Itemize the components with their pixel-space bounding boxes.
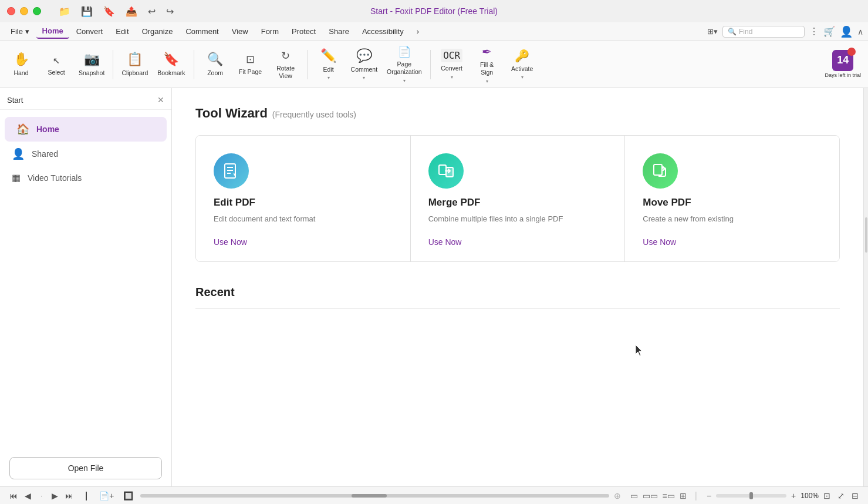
bookmark-tool-button[interactable]: 🔖 Bookmark bbox=[154, 44, 188, 85]
single-page-view-button[interactable]: ▭ bbox=[629, 490, 639, 502]
zoom-out-button[interactable]: − bbox=[704, 490, 714, 502]
sidebar-item-video-tutorials[interactable]: ▦ Video Tutorials bbox=[0, 166, 171, 189]
grid-view-button[interactable]: ⊞ bbox=[678, 490, 688, 502]
zoom-in-button[interactable]: + bbox=[789, 490, 798, 502]
edit-pencil-icon: ✏️ bbox=[320, 48, 336, 63]
nav-last-button[interactable]: ⏭ bbox=[63, 490, 76, 502]
view-mode-icons: ▭ ▭▭ ≡▭ ⊞ bbox=[629, 490, 688, 502]
rotateview-tool-button[interactable]: ↻ RotateView bbox=[269, 44, 302, 85]
view-toggle-icon[interactable]: ⊞▾ bbox=[707, 27, 718, 36]
add-page-button[interactable]: 📄+ bbox=[97, 490, 116, 502]
save-icon[interactable]: 💾 bbox=[81, 6, 93, 17]
menu-protect[interactable]: Protect bbox=[286, 25, 322, 38]
menu-form[interactable]: Form bbox=[255, 25, 285, 38]
maximize-window-button[interactable] bbox=[33, 7, 41, 15]
menu-bar: File ▾ Home Convert Edit Organize Commen… bbox=[0, 22, 868, 41]
sidebar-item-shared[interactable]: 👤 Shared bbox=[0, 142, 171, 166]
comment-icon: 💬 bbox=[356, 48, 372, 63]
zoom-fit-button[interactable]: ⊡ bbox=[821, 490, 833, 502]
video-tutorials-icon: ▦ bbox=[12, 172, 21, 183]
page-thumb-button[interactable]: 🔲 bbox=[121, 490, 136, 502]
open-file-button[interactable]: Open File bbox=[9, 457, 162, 479]
select-tool-button[interactable]: ↖ Select bbox=[40, 44, 73, 85]
move-pdf-card[interactable]: Move PDF Create a new from existing Use … bbox=[625, 136, 839, 261]
redo-icon[interactable]: ↪ bbox=[166, 6, 174, 17]
more-menu-icon[interactable]: ⋮ bbox=[809, 26, 819, 37]
pageorg-tool-button[interactable]: 📄 PageOrganization ▾ bbox=[383, 44, 425, 85]
home-icon: 🏠 bbox=[16, 123, 29, 136]
nav-prev-button[interactable]: ◀ bbox=[22, 490, 33, 502]
content-area: Tool Wizard (Frequently used tools) Edit… bbox=[172, 88, 863, 486]
split-view-button[interactable]: ⊟ bbox=[849, 490, 861, 502]
clipboard-tool-button[interactable]: 📋 Clipboard bbox=[118, 44, 151, 85]
days-badge-corner bbox=[847, 48, 856, 56]
zoom-tool-button[interactable]: 🔍 Zoom bbox=[199, 44, 232, 85]
menu-share[interactable]: Share bbox=[323, 25, 355, 38]
status-scroll-area: ⊕ bbox=[140, 491, 624, 500]
days-left-button[interactable]: 14 Days left in trial bbox=[822, 44, 863, 85]
tool-wizard-subtitle-text: (Frequently used tools) bbox=[272, 110, 356, 119]
pageorg-icon: 📄 bbox=[398, 45, 411, 58]
menu-more[interactable]: › bbox=[411, 25, 425, 38]
edit-pdf-title: Edit PDF bbox=[214, 197, 393, 209]
menu-comment[interactable]: Comment bbox=[180, 25, 224, 38]
toolbar-separator-2 bbox=[194, 50, 194, 79]
menu-home[interactable]: Home bbox=[36, 24, 69, 39]
sidebar-item-home[interactable]: 🏠 Home bbox=[5, 117, 167, 142]
edit-pdf-card[interactable]: Edit PDF Edit document and text format U… bbox=[196, 136, 411, 261]
menu-edit[interactable]: Edit bbox=[110, 25, 134, 38]
account-icon[interactable]: 👤 bbox=[840, 25, 853, 38]
snapshot-tool-button[interactable]: 📷 Snapshot bbox=[75, 44, 108, 85]
menu-organize[interactable]: Organize bbox=[136, 25, 179, 38]
hand-tool-button[interactable]: ✋ Hand bbox=[5, 44, 38, 85]
menu-convert[interactable]: Convert bbox=[70, 25, 109, 38]
wizard-cards-container: Edit PDF Edit document and text format U… bbox=[195, 135, 840, 262]
search-box[interactable]: 🔍 Find bbox=[722, 26, 805, 38]
fullscreen-button[interactable]: ⤢ bbox=[835, 490, 847, 502]
zoom-icon: 🔍 bbox=[207, 52, 223, 67]
merge-pdf-icon bbox=[428, 153, 464, 189]
comment-tool-button[interactable]: 💬 Comment ▾ bbox=[347, 44, 381, 85]
activate-tool-button[interactable]: 🔑 Activate ▾ bbox=[506, 44, 539, 85]
edit-pdf-desc: Edit document and text format bbox=[214, 213, 393, 225]
zoom-slider[interactable] bbox=[716, 494, 786, 498]
zoom-value: 100% bbox=[801, 492, 819, 500]
horizontal-scrollbar[interactable] bbox=[140, 494, 609, 498]
cart-icon[interactable]: 🛒 bbox=[823, 26, 835, 37]
sidebar-tab-title: Start bbox=[7, 96, 23, 105]
merge-pdf-card[interactable]: Merge PDF Combine multiple files into a … bbox=[411, 136, 626, 261]
close-window-button[interactable] bbox=[7, 7, 15, 15]
fillsign-tool-button[interactable]: ✒ Fill &Sign ▾ bbox=[471, 44, 504, 85]
convert-tool-button[interactable]: OCR Convert ▾ bbox=[435, 44, 468, 85]
menu-view[interactable]: View bbox=[226, 25, 254, 38]
right-scrollbar[interactable] bbox=[863, 88, 868, 486]
move-pdf-icon bbox=[643, 153, 678, 189]
main-layout: Start ✕ 🏠 Home 👤 Shared ▦ Video Tutorial… bbox=[0, 88, 868, 486]
scroll-add-icon[interactable]: ⊕ bbox=[614, 491, 621, 500]
edit-tool-button[interactable]: ✏️ Edit ▾ bbox=[312, 44, 345, 85]
move-pdf-use-now-link[interactable]: Use Now bbox=[643, 237, 676, 247]
undo-icon[interactable]: ↩ bbox=[148, 6, 156, 17]
sidebar-home-label: Home bbox=[36, 125, 59, 134]
edit-pdf-icon bbox=[214, 153, 249, 189]
minimize-window-button[interactable] bbox=[20, 7, 28, 15]
export-icon[interactable]: 📤 bbox=[126, 6, 137, 17]
scroll-view-button[interactable]: ≡▭ bbox=[661, 490, 676, 502]
sidebar-close-button[interactable]: ✕ bbox=[157, 95, 164, 105]
toolbar: ✋ Hand ↖ Select 📷 Snapshot 📋 Clipboard 🔖… bbox=[0, 41, 868, 88]
two-page-view-button[interactable]: ▭▭ bbox=[641, 490, 659, 502]
folder-icon[interactable]: 📁 bbox=[59, 6, 70, 17]
search-icon: 🔍 bbox=[728, 28, 737, 36]
fitpage-tool-button[interactable]: ⊡ Fit Page bbox=[234, 44, 267, 85]
nav-next-button[interactable]: ▶ bbox=[49, 490, 60, 502]
status-bar: ⏮ ◀ · ▶ ⏭ | 📄+ 🔲 ⊕ ▭ ▭▭ ≡▭ ⊞ | − + 100% … bbox=[0, 486, 868, 504]
nav-first-button[interactable]: ⏮ bbox=[7, 490, 20, 502]
bookmark-save-icon[interactable]: 🔖 bbox=[103, 6, 115, 17]
merge-pdf-use-now-link[interactable]: Use Now bbox=[428, 237, 462, 247]
rotateview-icon: ↻ bbox=[281, 49, 290, 62]
edit-pdf-use-now-link[interactable]: Use Now bbox=[214, 237, 247, 247]
menu-accessibility[interactable]: Accessibility bbox=[356, 25, 410, 38]
collapse-icon[interactable]: ∧ bbox=[857, 27, 863, 36]
hand-icon: ✋ bbox=[13, 52, 29, 67]
menu-file[interactable]: File ▾ bbox=[5, 25, 35, 38]
